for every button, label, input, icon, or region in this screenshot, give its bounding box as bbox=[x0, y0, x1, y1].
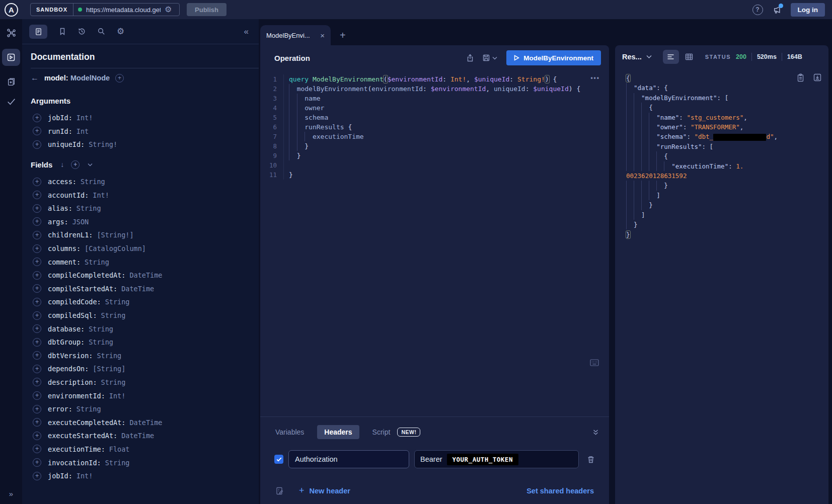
field-name[interactable]: args: bbox=[48, 218, 68, 226]
argument-name[interactable]: jobId: bbox=[48, 114, 72, 122]
json-line[interactable]: { bbox=[626, 151, 822, 161]
response-dropdown-chevron-icon[interactable] bbox=[646, 55, 652, 59]
apollo-logo-icon[interactable]: A bbox=[5, 3, 18, 17]
add-field-icon[interactable]: + bbox=[33, 217, 41, 226]
endpoint-url[interactable]: https://metadata.cloud.get bbox=[86, 6, 161, 14]
add-field-icon[interactable]: + bbox=[33, 418, 41, 427]
json-line[interactable]: "owner": "TRANSFORMER", bbox=[626, 122, 822, 132]
code-line[interactable]: 2modelByEnvironment(environmentId: $envi… bbox=[260, 84, 609, 94]
add-field-icon[interactable]: + bbox=[33, 258, 41, 266]
save-options-chevron-icon[interactable] bbox=[492, 56, 497, 60]
field-type[interactable]: Int! bbox=[77, 472, 93, 480]
add-field-icon[interactable]: + bbox=[33, 405, 41, 413]
field-type[interactable]: String bbox=[77, 204, 101, 212]
add-field-icon[interactable]: + bbox=[33, 191, 41, 199]
add-field-icon[interactable]: + bbox=[33, 204, 41, 213]
argument-type[interactable]: String! bbox=[89, 140, 117, 148]
field-type[interactable]: DateTime bbox=[121, 432, 154, 440]
add-all-fields-icon[interactable]: + bbox=[71, 160, 80, 169]
add-argument-icon[interactable]: + bbox=[33, 140, 41, 149]
field-name[interactable]: comment: bbox=[48, 258, 81, 266]
field-type[interactable]: DateTime bbox=[121, 285, 154, 293]
json-line[interactable]: ] bbox=[626, 210, 822, 220]
add-field-icon[interactable]: + bbox=[33, 324, 41, 333]
code-line[interactable]: 10 bbox=[260, 160, 609, 170]
add-field-icon[interactable]: + bbox=[33, 284, 41, 293]
add-field-icon[interactable]: + bbox=[33, 178, 41, 186]
add-field-icon[interactable]: + bbox=[33, 391, 41, 400]
new-header-button[interactable]: + New header bbox=[299, 485, 350, 496]
add-field-icon[interactable]: + bbox=[33, 231, 41, 239]
field-name[interactable]: database: bbox=[48, 325, 85, 333]
sort-fields-icon[interactable]: ↓ bbox=[60, 160, 64, 169]
response-title[interactable]: Res... bbox=[622, 53, 642, 61]
explorer-nav-icon[interactable] bbox=[2, 49, 20, 66]
field-type[interactable]: String bbox=[105, 459, 130, 467]
code-line[interactable]: 9} bbox=[260, 151, 609, 160]
field-type[interactable]: String bbox=[89, 338, 113, 346]
new-tab-icon[interactable]: + bbox=[340, 30, 346, 40]
tab-variables[interactable]: Variables bbox=[275, 428, 304, 436]
field-type[interactable]: String bbox=[101, 311, 126, 319]
field-type[interactable]: String bbox=[81, 178, 105, 186]
collapse-bottom-panel-icon[interactable] bbox=[592, 429, 599, 436]
add-field-icon[interactable]: + bbox=[33, 338, 41, 347]
add-argument-icon[interactable]: + bbox=[33, 114, 41, 122]
add-argument-icon[interactable]: + bbox=[33, 127, 41, 135]
help-icon[interactable]: ? bbox=[752, 5, 763, 15]
set-shared-headers-link[interactable]: Set shared headers bbox=[526, 487, 594, 495]
run-operation-button[interactable]: ModelByEnvironment bbox=[506, 50, 601, 65]
schema-graph-icon[interactable] bbox=[7, 28, 16, 38]
argument-type[interactable]: Int! bbox=[77, 114, 93, 122]
json-line[interactable]: } bbox=[626, 220, 822, 229]
field-type[interactable]: Int! bbox=[93, 191, 109, 199]
field-name[interactable]: executeCompletedAt: bbox=[48, 418, 125, 427]
add-field-icon[interactable]: + bbox=[33, 378, 41, 386]
json-line[interactable]: } bbox=[626, 181, 822, 190]
login-button[interactable]: Log in bbox=[791, 3, 825, 17]
code-line[interactable]: 11} bbox=[260, 170, 609, 180]
json-line[interactable]: { bbox=[626, 73, 822, 83]
field-type[interactable]: String bbox=[101, 378, 126, 386]
field-name[interactable]: childrenL1: bbox=[48, 231, 93, 239]
save-operation-icon[interactable] bbox=[482, 54, 490, 62]
announcements-icon[interactable] bbox=[772, 6, 782, 14]
field-type[interactable]: String bbox=[97, 352, 121, 360]
add-field-icon[interactable]: + bbox=[33, 365, 41, 373]
json-line[interactable]: "name": "stg_customers", bbox=[626, 113, 822, 122]
history-icon[interactable] bbox=[78, 27, 86, 36]
field-name[interactable]: compileCompletedAt: bbox=[48, 271, 125, 279]
schema-settings-gear-icon[interactable]: ⚙ bbox=[117, 26, 124, 37]
field-name[interactable]: alias: bbox=[48, 204, 72, 212]
code-line[interactable]: 8} bbox=[260, 141, 609, 151]
editor-options-icon[interactable]: ••• bbox=[590, 74, 600, 81]
fields-options-chevron-icon[interactable] bbox=[88, 163, 93, 166]
add-field-icon[interactable]: + bbox=[33, 445, 41, 453]
operation-collections-icon[interactable] bbox=[7, 77, 16, 87]
field-type[interactable]: String bbox=[77, 405, 101, 413]
json-line[interactable]: } bbox=[626, 200, 822, 210]
field-type[interactable]: DateTime bbox=[129, 418, 162, 427]
argument-name[interactable]: runId: bbox=[48, 127, 72, 135]
add-field-icon[interactable]: + bbox=[33, 244, 41, 253]
json-line[interactable]: { bbox=[626, 103, 822, 112]
json-line[interactable]: ] bbox=[626, 191, 822, 200]
field-name[interactable]: jobId: bbox=[48, 472, 72, 480]
table-view-icon[interactable] bbox=[685, 53, 693, 60]
response-json[interactable]: {"data": {"modelByEnvironment": [{"name"… bbox=[626, 73, 822, 239]
code-line[interactable]: 7executionTime bbox=[260, 132, 609, 141]
field-type[interactable]: [String] bbox=[93, 365, 125, 373]
code-line[interactable]: 4owner bbox=[260, 103, 609, 113]
share-operation-icon[interactable] bbox=[466, 54, 474, 62]
field-name[interactable]: executeStartedAt: bbox=[48, 432, 117, 440]
tab-headers[interactable]: Headers bbox=[317, 425, 359, 439]
json-line[interactable]: 0023620128631592 bbox=[626, 171, 822, 181]
field-type[interactable]: [CatalogColumn] bbox=[85, 244, 146, 253]
field-name[interactable]: executionTime: bbox=[48, 445, 105, 453]
code-line[interactable]: 3name bbox=[260, 94, 609, 103]
field-name[interactable]: error: bbox=[48, 405, 72, 413]
download-response-icon[interactable] bbox=[813, 73, 821, 82]
raw-view-icon[interactable] bbox=[663, 50, 679, 64]
json-line[interactable]: "runResults": [ bbox=[626, 142, 822, 151]
add-field-icon[interactable]: + bbox=[33, 472, 41, 480]
